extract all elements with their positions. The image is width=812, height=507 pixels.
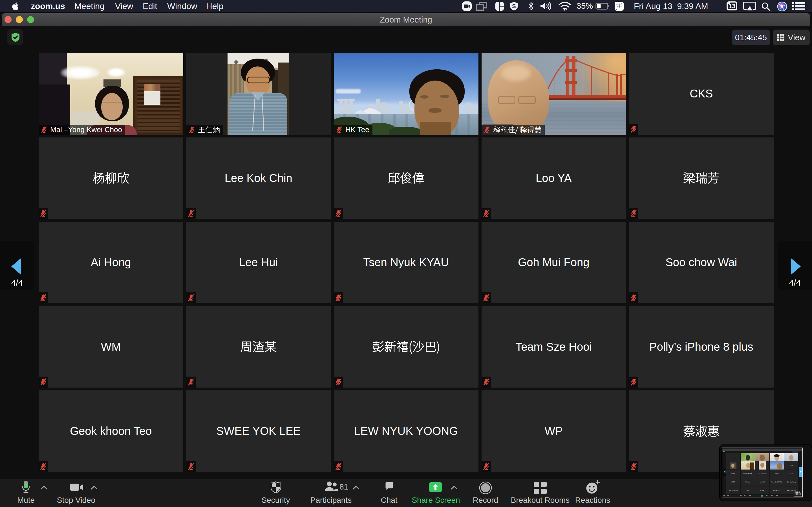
svg-text:S: S — [512, 3, 516, 9]
